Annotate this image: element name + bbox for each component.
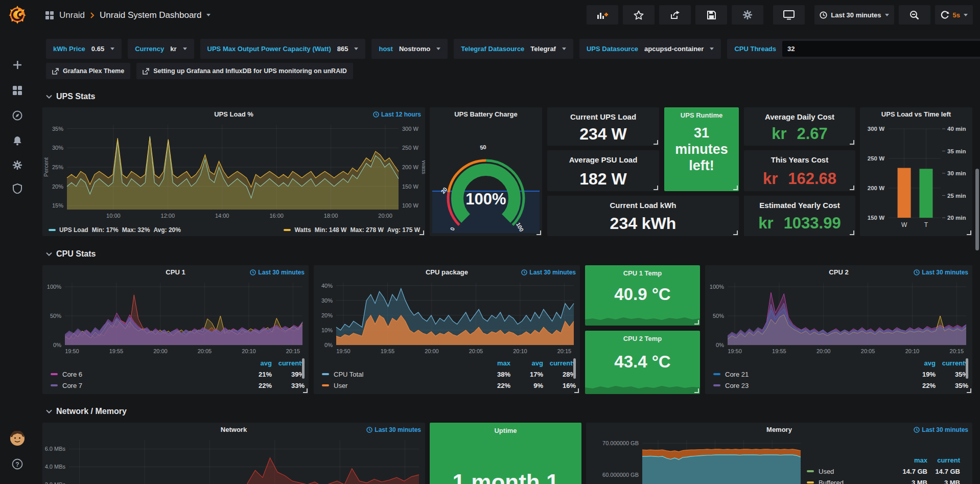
variable-value[interactable]: kr: [170, 45, 176, 53]
legend-sort-current[interactable]: current▾: [272, 359, 305, 367]
legend-label[interactable]: Core 6: [51, 371, 239, 378]
variable-caret-icon[interactable]: [710, 48, 714, 50]
legend-label[interactable]: Core 7: [51, 382, 239, 389]
panel-resize-handle[interactable]: [536, 231, 541, 235]
panel-resize-handle[interactable]: [654, 186, 658, 190]
sidebar-item-explore[interactable]: [0, 104, 34, 127]
panel-resize-handle[interactable]: [694, 320, 699, 325]
section-ups-stats[interactable]: UPS Stats: [46, 92, 95, 101]
legend-scrollbar[interactable]: [302, 358, 305, 379]
legend-series-core-7[interactable]: Core 722%33%: [51, 380, 305, 391]
share-button[interactable]: [659, 5, 691, 25]
variable-value[interactable]: apcupsd-container: [644, 45, 704, 53]
stat-title[interactable]: Estimated Yearly Cost: [744, 201, 855, 210]
legend-scrollbar[interactable]: [966, 358, 968, 379]
panel-resize-handle[interactable]: [967, 388, 971, 393]
time-range-picker[interactable]: Last 30 minutes: [814, 5, 894, 25]
variable-caret-icon[interactable]: [183, 48, 187, 50]
stat-title[interactable]: Current Load kWh: [547, 201, 739, 210]
panel-title[interactable]: UPS Load vs Time left: [864, 107, 968, 122]
refresh-interval-caret-icon[interactable]: [964, 14, 968, 16]
bar-T[interactable]: [919, 169, 932, 218]
add-panel-button[interactable]: [587, 5, 618, 25]
breadcrumb-root[interactable]: Unraid: [59, 10, 85, 20]
variable-input[interactable]: 32: [782, 41, 980, 57]
page-scrollbar[interactable]: [975, 169, 979, 250]
variable-currency[interactable]: Currencykr: [128, 39, 194, 59]
stat-title[interactable]: Average PSU Load: [547, 155, 659, 164]
legend-series-used[interactable]: Used14.7 GB14.7 GB: [807, 466, 960, 477]
apps-grid-icon[interactable]: [45, 11, 54, 20]
panel-resize-handle[interactable]: [303, 388, 308, 393]
sidebar-item-configuration[interactable]: [0, 154, 34, 176]
panel-resize-handle[interactable]: [654, 140, 658, 145]
panel-resize-handle[interactable]: [419, 231, 424, 235]
variable-caret-icon[interactable]: [436, 48, 440, 50]
legend-series-watts[interactable]: WattsMin: 148 WMax: 278 WAvg: 175 W: [284, 226, 420, 234]
panel-title[interactable]: UPS Load %: [63, 107, 405, 122]
network-chart[interactable]: 6.0 MBs4.0 MBs2.0 MBs: [42, 436, 425, 484]
bar-W[interactable]: [898, 168, 911, 218]
sidebar-item-create[interactable]: [0, 54, 34, 76]
legend-label[interactable]: Buffered: [807, 479, 895, 484]
refresh-button[interactable]: 5s: [935, 5, 973, 25]
variable-value[interactable]: 32: [787, 45, 795, 53]
legend-sort-current[interactable]: current▾: [543, 359, 576, 367]
legend-sort-current[interactable]: current▾: [936, 359, 968, 367]
sidebar-item-help[interactable]: ?: [0, 453, 34, 475]
stat-title[interactable]: Current UPS Load: [547, 112, 659, 121]
variable-ups-max-output-power-capacity-watt-[interactable]: UPS Max Output Power Capacity (Watt)865: [200, 39, 366, 59]
ups-load-chart[interactable]: 10:0012:0014:0016:0018:0020:0035%30%25%2…: [42, 121, 425, 222]
legend-sort-avg[interactable]: avg: [903, 359, 936, 367]
panel-resize-handle[interactable]: [574, 388, 579, 393]
cpu2-chart[interactable]: 19:5019:5520:0020:0520:1020:15100%50%0%: [705, 279, 972, 357]
save-button[interactable]: [695, 5, 727, 25]
variable-value[interactable]: 0.65: [91, 45, 104, 53]
panel-resize-handle[interactable]: [850, 186, 854, 190]
star-button[interactable]: [623, 5, 655, 25]
variable-telegraf-datasource[interactable]: Telegraf DatasourceTelegraf: [454, 39, 573, 59]
cpu-package-chart[interactable]: 19:5019:5520:0020:0520:1020:1540%30%20%1…: [314, 279, 580, 357]
grafana-logo[interactable]: [0, 4, 34, 26]
stat-title[interactable]: This Years Cost: [744, 155, 855, 164]
panel-resize-handle[interactable]: [850, 140, 854, 145]
legend-label[interactable]: User: [322, 382, 478, 389]
ups-bar-chart[interactable]: 300 W250 W200 W150 W40 min35 min30 min25…: [860, 122, 972, 236]
zoom-out-button[interactable]: [899, 5, 930, 25]
section-network-memory[interactable]: Network / Memory: [46, 407, 127, 416]
memory-chart[interactable]: 70.000000 GB60.000000 GB50.000000 GB: [586, 436, 806, 484]
section-cpu-stats[interactable]: CPU Stats: [46, 249, 96, 259]
legend-series-cpu-total[interactable]: CPU Total38%17%28%: [322, 368, 576, 380]
legend-label[interactable]: CPU Total: [322, 371, 478, 378]
variable-value[interactable]: Telegraf: [530, 45, 556, 53]
panel-resize-handle[interactable]: [733, 186, 738, 190]
variable-caret-icon[interactable]: [562, 48, 566, 50]
variable-value[interactable]: Nostromo: [399, 45, 430, 53]
dashboard-link[interactable]: Grafana Plex Theme: [46, 63, 130, 79]
legend-series-core-21[interactable]: Core 2119%35%: [713, 368, 968, 380]
panel-resize-handle[interactable]: [694, 388, 699, 393]
dashboard-settings-button[interactable]: [732, 5, 763, 25]
panel-resize-handle[interactable]: [850, 231, 854, 235]
variable-caret-icon[interactable]: [354, 48, 358, 50]
panel-title[interactable]: UPS Battery Charge: [435, 107, 537, 122]
panel-title[interactable]: Memory: [606, 423, 952, 437]
cpu1-chart[interactable]: 19:5019:5520:0020:0520:1020:15100%50%0%: [42, 279, 309, 357]
legend-series-user[interactable]: User22%9%16%: [322, 380, 576, 391]
legend-label[interactable]: Core 23: [713, 382, 903, 389]
legend-series-buffered[interactable]: Buffered3 MB3 MB: [807, 477, 960, 484]
variable-kwh-price[interactable]: kWh Price0.65: [46, 39, 122, 59]
dashboard-picker-caret-icon[interactable]: [206, 14, 211, 16]
user-avatar[interactable]: [0, 427, 34, 450]
cycle-view-mode-button[interactable]: [773, 5, 805, 25]
sidebar-item-alerting[interactable]: [0, 129, 34, 152]
legend-series-core-23[interactable]: Core 2322%35%: [713, 380, 968, 391]
variable-host[interactable]: hostNostromo: [371, 39, 448, 59]
panel-title[interactable]: Network: [63, 423, 405, 437]
legend-scrollbar[interactable]: [573, 358, 576, 379]
dashboard-link[interactable]: Setting up Grafana and InfluxDB for UPS …: [136, 63, 353, 79]
variable-cpu-threads[interactable]: CPU Threads32: [727, 39, 980, 59]
legend-series-ups-load[interactable]: UPS LoadMin: 17%Max: 32%Avg: 20%: [49, 226, 181, 234]
legend-sort-max[interactable]: max: [895, 456, 927, 464]
breadcrumb-current[interactable]: Unraid System Dashboard: [100, 10, 201, 20]
